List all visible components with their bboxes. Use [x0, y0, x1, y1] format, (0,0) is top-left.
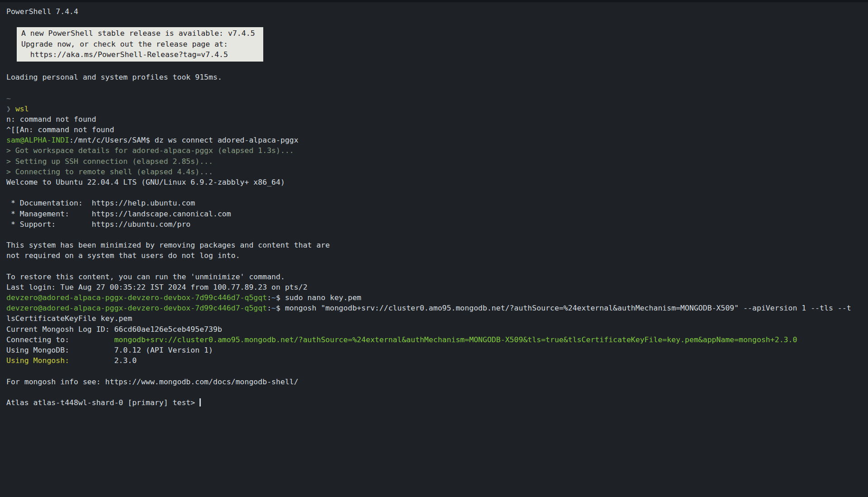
mongosh-prompt: Atlas atlas-t448wl-shard-0 [primary] tes… [6, 398, 199, 407]
terminal-line: * Management: https://landscape.canonica… [6, 209, 868, 219]
terminal-line: Using Mongosh: 2.3.0 [6, 355, 868, 366]
terminal-line: Loading personal and system profiles too… [6, 72, 868, 82]
terminal-line: ^[[An: command not found [6, 124, 868, 135]
text-segment: n: command not found [6, 115, 96, 124]
terminal-line: Atlas atlas-t448wl-shard-0 [primary] tes… [6, 397, 868, 408]
terminal-window: PowerShell 7.4.4A new PowerShell stable … [0, 0, 868, 497]
terminal-line: For mongosh info see: https://www.mongod… [6, 377, 868, 387]
terminal-line: * Documentation: https://help.ubuntu.com [6, 198, 868, 208]
terminal-line: To restore this content, you can run the… [6, 272, 868, 282]
prompt-path: ~ [271, 293, 276, 302]
terminal-line: Welcome to Ubuntu 22.04.4 LTS (GNU/Linux… [6, 177, 868, 187]
mongosh-version-label: Using Mongosh: [6, 356, 69, 365]
dz-status: > Setting up SSH connection (elapsed 2.8… [6, 157, 213, 166]
terminal-line: not required on a system that users do n… [6, 250, 868, 261]
terminal-line [6, 187, 868, 198]
text-segment: PowerShell 7.4.4 [6, 7, 78, 16]
text-segment: Loading personal and system profiles too… [6, 73, 222, 81]
text-segment: This system has been minimized by removi… [6, 241, 330, 249]
cursor [199, 398, 201, 406]
window-top-edge [0, 0, 868, 2]
terminal-line: * Support: https://ubuntu.com/pro [6, 219, 868, 229]
terminal-line: Connecting to: mongodb+srv://cluster0.am… [6, 335, 868, 345]
prompt-cwd: ~ [6, 94, 11, 103]
motd-support: * Support: https://ubuntu.com/pro [6, 220, 190, 229]
release-page-url: https://aka.ms/PowerShell-Release?tag=v7… [21, 50, 228, 59]
ubuntu-welcome: Welcome to Ubuntu 22.04.4 LTS (GNU/Linux… [6, 178, 285, 186]
text-segment: : [267, 304, 271, 312]
text-segment: To restore this content, you can run the… [6, 272, 285, 281]
mongosh-docs-url: For mongosh info see: https://www.mongod… [6, 378, 299, 386]
text-segment: Upgrade now, or check out the release pa… [21, 40, 228, 48]
prompt-user-host: sam@ALPHA-INDI [6, 136, 69, 144]
terminal-line [6, 387, 868, 397]
text-segment: : [267, 293, 271, 302]
terminal-line: devzero@adored-alpaca-pggx-devzero-devbo… [6, 292, 868, 303]
command-mongosh: $ mongosh "mongodb+srv://cluster0.amo95.… [276, 304, 851, 312]
terminal-line [6, 82, 868, 93]
terminal-line [6, 261, 868, 272]
terminal-line: ~ [6, 93, 868, 104]
terminal-line: > Got workspace details for adored-alpac… [6, 145, 868, 156]
terminal-line: This system has been minimized by removi… [6, 240, 868, 250]
connection-string: mongodb+srv://cluster0.amo95.mongodb.net… [114, 335, 797, 344]
terminal-line: Last login: Tue Aug 27 00:35:22 IST 2024… [6, 282, 868, 292]
update-notice-line: A new PowerShell stable release is avail… [21, 28, 255, 38]
text-segment: Connecting to: [6, 335, 114, 344]
text-segment: A new PowerShell stable release is avail… [21, 29, 255, 38]
command-dz-connect: :/mnt/c/Users/SAM$ dz ws connect adored-… [69, 136, 299, 144]
motd-documentation: * Documentation: https://help.ubuntu.com [6, 199, 195, 207]
prompt-chevron: ❯ [6, 105, 15, 113]
prompt-user-host: devzero@adored-alpaca-pggx-devzero-devbo… [6, 293, 267, 302]
last-login: Last login: Tue Aug 27 00:35:22 IST 2024… [6, 283, 308, 292]
terminal-line [6, 366, 868, 376]
command-wsl: wsl [15, 105, 29, 113]
dz-status: > Got workspace details for adored-alpac… [6, 146, 294, 155]
mongosh-version: 2.3.0 [69, 356, 137, 365]
text-segment: not required on a system that users do n… [6, 251, 240, 260]
motd-management: * Management: https://landscape.canonica… [6, 210, 231, 218]
prompt-user-host: devzero@adored-alpaca-pggx-devzero-devbo… [6, 304, 267, 312]
terminal-line: ❯ wsl [6, 104, 868, 114]
dz-status: > Connecting to remote shell (elapsed 4.… [6, 167, 213, 176]
text-segment: ^[[An: command not found [6, 125, 114, 134]
terminal-line [6, 17, 868, 27]
terminal-line: sam@ALPHA-INDI:/mnt/c/Users/SAM$ dz ws c… [6, 135, 868, 145]
update-notice-line: Upgrade now, or check out the release pa… [21, 39, 255, 49]
mongodb-version: Using MongoDB: 7.0.12 (API Version 1) [6, 346, 213, 354]
terminal-screen[interactable]: PowerShell 7.4.4A new PowerShell stable … [6, 6, 868, 408]
powershell-version: PowerShell 7.4.4 [6, 6, 868, 17]
command-nano: $ sudo nano key.pem [276, 293, 361, 302]
terminal-line: Using MongoDB: 7.0.12 (API Version 1) [6, 345, 868, 355]
terminal-line: > Connecting to remote shell (elapsed 4.… [6, 167, 868, 177]
update-notice-box: A new PowerShell stable release is avail… [17, 27, 263, 62]
terminal-line: n: command not found [6, 114, 868, 124]
terminal-line: Current Mongosh Log ID: 66cd60ae126e5ceb… [6, 324, 868, 335]
terminal-line: > Setting up SSH connection (elapsed 2.8… [6, 156, 868, 167]
terminal-line: lsCertificateKeyFile key.pem [6, 313, 868, 324]
mongosh-log-id: Current Mongosh Log ID: 66cd60ae126e5ceb… [6, 325, 222, 334]
terminal-line [6, 62, 868, 72]
prompt-path: ~ [271, 304, 276, 312]
command-mongosh-wrap: lsCertificateKeyFile key.pem [6, 314, 132, 323]
update-notice-line: https://aka.ms/PowerShell-Release?tag=v7… [21, 49, 255, 60]
terminal-line [6, 229, 868, 240]
terminal-line: devzero@adored-alpaca-pggx-devzero-devbo… [6, 303, 868, 313]
